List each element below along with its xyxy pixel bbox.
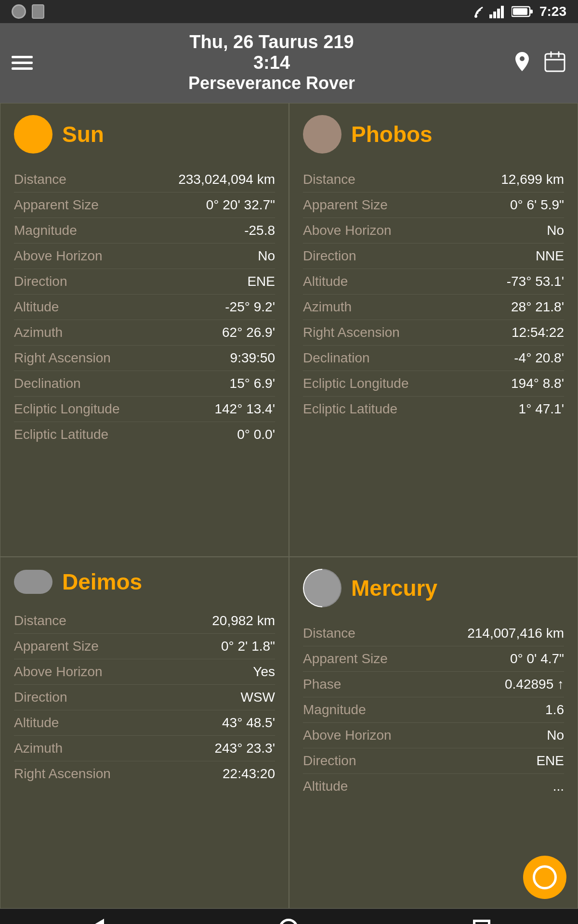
mercury-label-magnitude: Magnitude [303, 702, 434, 718]
header-time: 3:14 [33, 52, 511, 73]
deimos-icon [14, 570, 53, 594]
header-date: Thu, 26 Taurus 219 [33, 32, 511, 52]
mercury-label-phase: Phase [303, 677, 434, 692]
phobos-row-altitude: Altitude -73° 53.1' [303, 269, 564, 295]
deimos-value-altitude: 43° 48.5' [144, 715, 275, 731]
deimos-row-apparent-size: Apparent Size 0° 2' 1.8" [14, 634, 275, 659]
sun-value-azimuth: 62° 26.9' [144, 325, 275, 340]
phobos-label-direction: Direction [303, 248, 434, 264]
sun-label-declination: Declination [14, 376, 144, 391]
phobos-label-altitude: Altitude [303, 274, 434, 289]
phobos-row-azimuth: Azimuth 28° 21.8' [303, 295, 564, 320]
phobos-row-apparent-size: Apparent Size 0° 6' 5.9" [303, 192, 564, 218]
svg-point-12 [304, 570, 341, 606]
deimos-label-above-horizon: Above Horizon [14, 664, 144, 680]
sun-row-magnitude: Magnitude -25.8 [14, 218, 275, 244]
fab-button[interactable] [523, 856, 566, 899]
bottom-nav [0, 909, 578, 924]
location-button[interactable] [511, 50, 534, 75]
deimos-row-azimuth: Azimuth 243° 23.3' [14, 736, 275, 761]
sun-value-above-horizon: No [144, 248, 275, 264]
sun-value-declination: 15° 6.9' [144, 376, 275, 391]
phobos-row-distance: Distance 12,699 km [303, 167, 564, 192]
mercury-card: Mercury Distance 214,007,416 km Apparent… [289, 557, 578, 909]
phobos-icon [303, 115, 342, 154]
phobos-label-apparent-size: Apparent Size [303, 197, 434, 213]
sun-row-ra: Right Ascension 9:39:50 [14, 346, 275, 371]
phobos-label-ra: Right Ascension [303, 325, 434, 340]
sun-label-altitude: Altitude [14, 299, 144, 315]
fab-icon [533, 865, 557, 889]
app-header: Thu, 26 Taurus 219 3:14 Perseverance Rov… [0, 23, 578, 103]
phobos-label-ecl-lat: Ecliptic Latitude [303, 401, 434, 417]
phobos-data-rows: Distance 12,699 km Apparent Size 0° 6' 5… [303, 167, 564, 422]
sun-row-above-horizon: Above Horizon No [14, 244, 275, 269]
phobos-label-azimuth: Azimuth [303, 299, 434, 315]
phobos-label-ecl-long: Ecliptic Longitude [303, 376, 434, 391]
svg-rect-7 [513, 8, 527, 15]
phobos-value-above-horizon: No [434, 223, 564, 238]
back-icon [88, 919, 104, 924]
mercury-row-apparent-size: Apparent Size 0° 0' 4.7" [303, 646, 564, 672]
phobos-label-above-horizon: Above Horizon [303, 223, 434, 238]
svg-rect-6 [530, 10, 533, 13]
sun-row-apparent-size: Apparent Size 0° 20' 32.7" [14, 192, 275, 218]
mercury-row-above-horizon: Above Horizon No [303, 723, 564, 748]
phobos-value-distance: 12,699 km [434, 172, 564, 187]
sun-label-distance: Distance [14, 172, 144, 187]
deimos-row-distance: Distance 20,982 km [14, 608, 275, 634]
deimos-label-ra: Right Ascension [14, 766, 144, 782]
mercury-value-distance: 214,007,416 km [434, 626, 564, 641]
mercury-label-altitude: Altitude [303, 779, 434, 794]
mercury-label-above-horizon: Above Horizon [303, 728, 434, 743]
sun-label-direction: Direction [14, 274, 144, 289]
header-center: Thu, 26 Taurus 219 3:14 Perseverance Rov… [33, 32, 511, 93]
calendar-button[interactable] [543, 50, 566, 75]
deimos-label-altitude: Altitude [14, 715, 144, 731]
svg-rect-4 [501, 6, 504, 18]
sun-label-magnitude: Magnitude [14, 223, 144, 238]
phobos-row-direction: Direction NNE [303, 244, 564, 269]
deimos-row-above-horizon: Above Horizon Yes [14, 659, 275, 685]
deimos-value-azimuth: 243° 23.3' [144, 741, 275, 756]
recents-icon [473, 920, 490, 924]
sun-value-direction: ENE [144, 274, 275, 289]
svg-rect-1 [489, 14, 492, 18]
home-button[interactable] [279, 919, 298, 924]
sun-value-altitude: -25° 9.2' [144, 299, 275, 315]
phobos-row-declination: Declination -4° 20.8' [303, 346, 564, 371]
sun-row-ecl-long: Ecliptic Longitude 142° 13.4' [14, 397, 275, 422]
deimos-value-ra: 22:43:20 [144, 766, 275, 782]
status-right-icons: 7:23 [467, 4, 566, 19]
mercury-value-magnitude: 1.6 [434, 702, 564, 718]
main-grid: Sun Distance 233,024,094 km Apparent Siz… [0, 103, 578, 909]
sun-row-declination: Declination 15° 6.9' [14, 371, 275, 397]
sun-value-ra: 9:39:50 [144, 350, 275, 366]
sun-value-magnitude: -25.8 [144, 223, 275, 238]
deimos-label-direction: Direction [14, 690, 144, 705]
battery-icon [512, 6, 533, 17]
deimos-label-azimuth: Azimuth [14, 741, 144, 756]
sun-row-direction: Direction ENE [14, 269, 275, 295]
phobos-card: Phobos Distance 12,699 km Apparent Size … [289, 103, 578, 557]
sun-row-distance: Distance 233,024,094 km [14, 167, 275, 192]
mercury-row-phase: Phase 0.42895 ↑ [303, 672, 564, 697]
mercury-value-above-horizon: No [434, 728, 564, 743]
sim-status-icon [32, 4, 44, 19]
svg-rect-3 [497, 9, 500, 18]
sun-card-header: Sun [14, 115, 275, 154]
phobos-row-ecl-long: Ecliptic Longitude 194° 8.8' [303, 371, 564, 397]
recents-button[interactable] [473, 920, 490, 924]
deimos-value-above-horizon: Yes [144, 664, 275, 680]
sun-value-apparent-size: 0° 20' 32.7" [144, 197, 275, 213]
sun-row-altitude: Altitude -25° 9.2' [14, 295, 275, 320]
deimos-value-direction: WSW [144, 690, 275, 705]
svg-rect-8 [545, 54, 565, 71]
back-button[interactable] [88, 919, 104, 924]
deimos-label-distance: Distance [14, 613, 144, 629]
header-location: Perseverance Rover [33, 73, 511, 93]
deimos-row-direction: Direction WSW [14, 685, 275, 710]
phobos-value-declination: -4° 20.8' [434, 350, 564, 366]
menu-button[interactable] [12, 56, 33, 70]
sun-label-above-horizon: Above Horizon [14, 248, 144, 264]
